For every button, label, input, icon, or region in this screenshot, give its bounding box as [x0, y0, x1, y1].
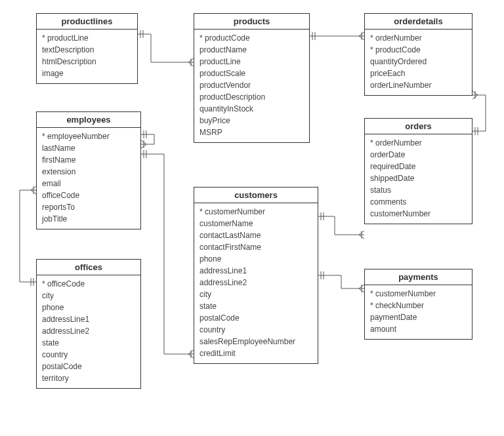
field-extension: extension [42, 166, 135, 178]
field-shippedDate: shippedDate [370, 172, 467, 184]
field-phone: phone [42, 302, 135, 313]
field-productLine: productLine [200, 56, 304, 68]
field-state: state [42, 337, 135, 349]
field-orderLineNumber: orderLineNumber [370, 79, 467, 91]
entity-customers: customers * customerNumbercustomerNameco… [194, 187, 318, 364]
entity-orders: orders * orderNumberorderDaterequiredDat… [364, 118, 472, 224]
entity-orderdetails: orderdetails * orderNumber* productCodeq… [364, 13, 472, 96]
field-requiredDate: requiredDate [370, 161, 467, 172]
entity-body: * orderNumberorderDaterequiredDateshippe… [365, 134, 472, 224]
entity-body: * orderNumber* productCodequantityOrdere… [365, 30, 472, 95]
field-quantityOrdered: quantityOrdered [370, 56, 467, 68]
entity-title: orderdetails [365, 14, 472, 30]
field-state: state [200, 300, 312, 312]
entity-title: productlines [37, 14, 137, 30]
field-lastName: lastName [42, 142, 135, 154]
field-checkNumber: * checkNumber [370, 300, 467, 311]
field-orderNumber: * orderNumber [370, 137, 467, 149]
field-textDescription: textDescription [42, 44, 132, 56]
field-territory: territory [42, 372, 135, 384]
entity-title: customers [194, 188, 318, 203]
entity-employees: employees * employeeNumberlastNamefirstN… [36, 111, 141, 229]
entity-body: * productCodeproductNameproductLineprodu… [194, 30, 309, 142]
entity-body: * customerNumbercustomerNamecontactLastN… [194, 203, 318, 363]
field-officeCode: officeCode [42, 189, 135, 201]
field-productScale: productScale [200, 68, 304, 79]
field-city: city [200, 288, 312, 300]
field-productLine: * productLine [42, 32, 132, 44]
field-amount: amount [370, 323, 467, 335]
entity-products: products * productCodeproductNameproduct… [194, 13, 310, 143]
field-comments: comments [370, 196, 467, 208]
entity-offices: offices * officeCodecityphoneaddressLine… [36, 259, 141, 389]
field-addressLine2: addressLine2 [200, 277, 312, 288]
field-phone: phone [200, 253, 312, 265]
field-contactLastName: contactLastName [200, 229, 312, 241]
entity-title: employees [37, 112, 140, 128]
field-buyPrice: buyPrice [200, 115, 304, 127]
field-creditLimit: creditLimit [200, 347, 312, 359]
entity-payments: payments * customerNumber* checkNumberpa… [364, 269, 472, 340]
entity-title: products [194, 14, 309, 30]
entity-body: * employeeNumberlastNamefirstNameextensi… [37, 128, 140, 229]
field-paymentDate: paymentDate [370, 311, 467, 323]
field-productCode: * productCode [200, 32, 304, 44]
field-city: city [42, 290, 135, 302]
field-addressLine1: addressLine1 [42, 313, 135, 325]
field-contactFirstName: contactFirstName [200, 241, 312, 253]
field-addressLine1: addressLine1 [200, 265, 312, 277]
entity-title: offices [37, 260, 140, 275]
field-addressLine2: addressLine2 [42, 325, 135, 337]
field-officeCode: * officeCode [42, 278, 135, 290]
field-image: image [42, 68, 132, 79]
field-status: status [370, 184, 467, 196]
field-quantityInStock: quantityInStock [200, 103, 304, 115]
entity-body: * productLinetextDescriptionhtmlDescript… [37, 30, 137, 83]
er-diagram: productlines * productLinetextDescriptio… [0, 0, 504, 436]
field-productName: productName [200, 44, 304, 56]
entity-title: payments [365, 269, 472, 285]
field-salesRepEmployeeNumber: salesRepEmployeeNumber [200, 336, 312, 347]
field-orderNumber: * orderNumber [370, 32, 467, 44]
field-MSRP: MSRP [200, 127, 304, 138]
entity-body: * officeCodecityphoneaddressLine1address… [37, 275, 140, 388]
field-postalCode: postalCode [200, 312, 312, 324]
field-country: country [42, 349, 135, 361]
field-customerNumber: customerNumber [370, 208, 467, 220]
field-productDescription: productDescription [200, 91, 304, 103]
field-orderDate: orderDate [370, 149, 467, 161]
field-customerName: customerName [200, 218, 312, 229]
field-priceEach: priceEach [370, 68, 467, 79]
field-productCode: * productCode [370, 44, 467, 56]
field-postalCode: postalCode [42, 361, 135, 372]
entity-body: * customerNumber* checkNumberpaymentDate… [365, 285, 472, 339]
field-country: country [200, 324, 312, 336]
field-firstName: firstName [42, 154, 135, 166]
field-jobTitle: jobTitle [42, 213, 135, 225]
field-email: email [42, 178, 135, 189]
field-employeeNumber: * employeeNumber [42, 130, 135, 142]
field-reportsTo: reportsTo [42, 201, 135, 213]
entity-title: orders [365, 119, 472, 134]
field-productVendor: productVendor [200, 79, 304, 91]
field-htmlDescription: htmlDescription [42, 56, 132, 68]
field-customerNumber: * customerNumber [370, 288, 467, 300]
entity-productlines: productlines * productLinetextDescriptio… [36, 13, 138, 84]
field-customerNumber: * customerNumber [200, 206, 312, 218]
